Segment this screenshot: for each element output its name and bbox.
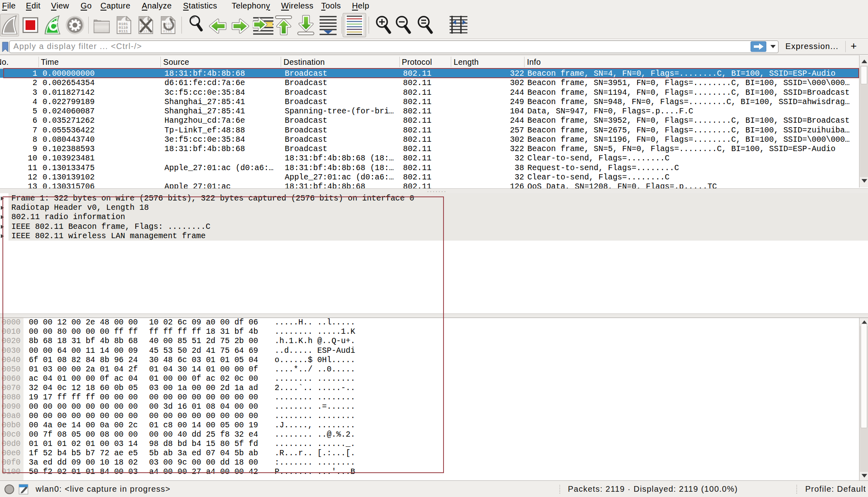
svg-text:0111: 0111	[119, 29, 128, 34]
